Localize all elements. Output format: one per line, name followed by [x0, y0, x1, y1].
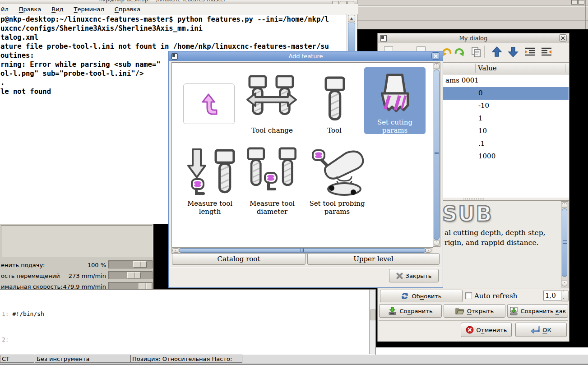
auto-refresh-label[interactable]: Auto refresh: [474, 292, 517, 300]
feature-item-back[interactable]: [183, 83, 235, 124]
scrollbar-thumb[interactable]: [434, 69, 440, 240]
scrollbar-thumb[interactable]: [348, 23, 355, 52]
column-divider[interactable]: [475, 64, 476, 73]
line-number: 1:: [2, 310, 9, 317]
menu-view[interactable]: Вид: [51, 6, 63, 13]
add-feature-title: Add feature: [169, 53, 443, 60]
feature-item-measure-diameter[interactable]: Measure tool diameter: [243, 147, 301, 222]
sub-scrollbar[interactable]: ˄ ˅: [561, 201, 568, 287]
menu-terminal[interactable]: Терминал: [74, 6, 104, 13]
dialog-close-label: Закрыть: [406, 273, 432, 279]
probing-params-icon: [309, 147, 365, 198]
undo-icon[interactable]: [442, 46, 453, 57]
cancel-label: Отменить: [477, 327, 507, 333]
scroll-right-button[interactable]: ›: [426, 248, 431, 253]
close-x-icon: [396, 273, 403, 279]
editor-scrollbar[interactable]: [369, 290, 375, 354]
scroll-left-button[interactable]: ‹: [172, 248, 178, 253]
close-button[interactable]: [559, 34, 567, 42]
scroll-down-button[interactable]: ˅: [562, 281, 567, 286]
scrollbar-thumb[interactable]: [370, 310, 375, 320]
menu-help[interactable]: Справка: [115, 6, 140, 13]
feature-item-label: Set tool probing params: [306, 199, 369, 216]
scroll-up-button[interactable]: ˄: [434, 63, 440, 69]
splitter-grip[interactable]: [463, 199, 484, 199]
line-number: 2:: [2, 336, 9, 343]
editor-line: 2:: [2, 335, 380, 344]
slider-handle[interactable]: [133, 261, 147, 268]
axis-backplot-panel: [0, 224, 153, 259]
upper-level-button[interactable]: Upper level: [307, 253, 440, 265]
save-icon: [388, 307, 397, 315]
save-as-label: Сохранить как: [521, 308, 566, 314]
ok-label: ОК: [542, 327, 551, 333]
feature-item-measure-length[interactable]: Measure tool length: [180, 147, 240, 214]
menu-file[interactable]: йл: [1, 6, 9, 13]
background-window-groove: [357, 20, 588, 21]
dialog-separator: [171, 267, 441, 268]
feature-icon-view[interactable]: Tool change Tool Set cuting params: [171, 62, 433, 248]
feed-override-slider[interactable]: [108, 260, 153, 268]
feature-item-tool[interactable]: Tool: [312, 73, 357, 145]
spinner-buttons[interactable]: ˄ ˅: [561, 291, 569, 301]
editor-panel[interactable]: 1: #!/bin/sh 2: 3: ngcgui --font big --v…: [0, 289, 376, 355]
refresh-interval-input[interactable]: [543, 291, 561, 300]
cancel-button[interactable]: Отменить: [461, 323, 512, 337]
jog-speed-label: ость перемещений: [1, 273, 60, 279]
scroll-down-button[interactable]: ˅: [434, 240, 440, 246]
slider-handle[interactable]: [127, 272, 141, 278]
open-folder-icon: [455, 307, 464, 315]
save-as-button[interactable]: Сохранить как: [507, 304, 568, 318]
slider-handle[interactable]: [139, 283, 152, 289]
background-window-divider: [585, 0, 586, 29]
auto-refresh-checkbox[interactable]: [465, 292, 472, 299]
axis-sliders-panel: енить подачу: 100 % ость перемещений 273…: [0, 259, 153, 291]
feature-item-label: Measure tool diameter: [243, 199, 301, 216]
move-down-icon[interactable]: [508, 46, 519, 57]
my-dialog-title: My dialog: [378, 35, 569, 42]
refresh-button[interactable]: Обновить: [380, 290, 463, 302]
add-feature-titlebar[interactable]: Add feature: [169, 51, 443, 61]
icon-view-vscrollbar[interactable]: ˄ ˅: [433, 62, 440, 247]
spin-up-icon[interactable]: ˄: [562, 290, 565, 295]
icon-view-hscrollbar[interactable]: ‹ ›: [171, 247, 432, 254]
terminal-line: ature file probe-tool-l.ini not fount in…: [0, 42, 346, 51]
feed-override-value: 100 %: [59, 262, 106, 268]
open-button[interactable]: Открыть: [444, 304, 505, 318]
feature-item-set-cutting-params[interactable]: Set cuting params: [364, 67, 426, 134]
window-button[interactable]: [578, 0, 584, 5]
jog-speed-slider[interactable]: [108, 271, 153, 279]
my-dialog-titlebar[interactable]: My dialog: [378, 33, 569, 43]
scrollbar-thumb[interactable]: [562, 208, 567, 277]
window-button[interactable]: [571, 0, 578, 5]
dialog-close-button[interactable]: Закрыть: [389, 269, 439, 282]
scroll-up-button[interactable]: ▲: [348, 15, 355, 22]
catalog-root-button[interactable]: Catalog root: [172, 253, 306, 265]
redo-icon[interactable]: [454, 46, 464, 57]
background-window-groove: [357, 5, 588, 7]
status-cell-tool: Без инструмента: [35, 355, 130, 363]
column-divider[interactable]: [565, 64, 565, 73]
save-button[interactable]: Сохранить: [379, 304, 442, 318]
feature-item-probing-params[interactable]: Set tool probing params: [306, 147, 369, 222]
menu-edit[interactable]: Правка: [19, 6, 41, 13]
close-button[interactable]: [431, 52, 440, 60]
spin-down-icon[interactable]: ˅: [562, 297, 565, 302]
scroll-up-button[interactable]: ˄: [562, 202, 567, 208]
ok-button[interactable]: ОК: [515, 323, 567, 337]
outdent-icon[interactable]: [541, 46, 552, 57]
axis-inner-panel: [1, 225, 153, 257]
terminal-line: p@nkp-desktop:~/linuxcnc-features-master…: [0, 15, 346, 24]
terminal-title: nkp@nkp-desktop: ~/linuxcnc-features-mas…: [0, 0, 325, 3]
upper-level-label: Upper level: [353, 255, 393, 263]
indent-icon[interactable]: [524, 46, 536, 57]
sub-description-line: al cutting depth, depth step,: [444, 229, 545, 237]
save-as-icon: [509, 307, 518, 315]
move-up-icon[interactable]: [491, 46, 502, 57]
feature-item-label: Tool: [312, 126, 357, 134]
column-header-value[interactable]: Value: [478, 64, 497, 72]
copy-icon[interactable]: [471, 46, 482, 57]
scrollbar-thumb[interactable]: [179, 248, 426, 253]
add-feature-dialog: Add feature Tool change: [168, 51, 443, 288]
feature-item-tool-change[interactable]: Tool change: [244, 74, 300, 145]
